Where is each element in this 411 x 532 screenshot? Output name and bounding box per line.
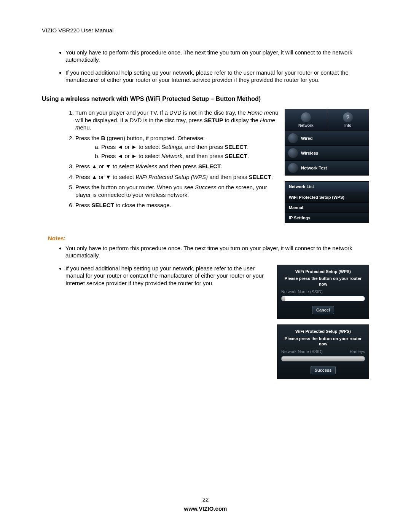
progress-bar <box>281 296 365 301</box>
screenshot-wps-cancel: WiFi Protected Setup (WPS) Please press … <box>277 265 369 319</box>
screenshot-wireless-list: Network List WiFi Protected Setup (WPS) … <box>285 181 369 223</box>
menu-row-networktest[interactable]: Network Test <box>285 160 369 175</box>
step-5: Press the button on your router. When yo… <box>75 184 279 198</box>
t: . <box>271 174 273 180</box>
notes-bullet-list-2: If you need additional help setting up y… <box>65 265 271 287</box>
t: Wireless <box>135 163 157 169</box>
ssid-value: Hartleys <box>350 349 365 354</box>
list-item-ipsettings[interactable]: IP Settings <box>285 212 369 223</box>
menu-row-wired[interactable]: Wired <box>285 131 369 145</box>
list-item-networklist[interactable]: Network List <box>285 181 369 192</box>
ssid-label: Network Name (SSID) <box>281 289 323 294</box>
t: Turn on your player and your TV. If a DV… <box>75 109 247 116</box>
t: and then press <box>208 174 249 180</box>
progress-bar <box>281 356 365 361</box>
ssid-label: Network Name (SSID) <box>281 349 323 354</box>
t: Press the button on your router. When yo… <box>75 184 195 190</box>
success-button[interactable]: Success <box>311 366 336 374</box>
t: Press ◄ or ► to select <box>101 144 161 150</box>
wired-icon <box>288 133 298 143</box>
step-3: Press ▲ or ▼ to select Wireless and then… <box>75 163 279 170</box>
t: enu. <box>80 124 91 131</box>
t: Press ▲ or ▼ to select <box>75 163 135 169</box>
dialog-subtitle: Please press the button on your router n… <box>281 336 365 347</box>
t: , and then press <box>182 153 225 159</box>
list-item-wps[interactable]: WiFi Protected Setup (WPS) <box>285 192 369 202</box>
t: . <box>247 144 249 150</box>
step-2-sublist: Press ◄ or ► to select Settings, and the… <box>101 143 279 160</box>
wireless-icon <box>288 148 298 158</box>
step-6: Press SELECT to close the message. <box>75 201 279 209</box>
page: VIZIO VBR220 User Manual You only have t… <box>0 0 411 532</box>
section-heading: Using a wireless network with WPS (WiFi … <box>42 95 369 103</box>
dialog-subtitle: Please press the button on your router n… <box>281 276 365 287</box>
step-1: Turn on your player and your TV. If a DV… <box>75 109 279 131</box>
row-label: Network Test <box>301 165 327 171</box>
screenshot-network-menu: Network ? Info Wired Wireless Network Te… <box>285 109 369 176</box>
menu-tab-network[interactable]: Network <box>285 109 327 131</box>
t: Press the <box>75 135 101 141</box>
step-2a: Press ◄ or ► to select Settings, and the… <box>101 143 279 151</box>
notes-heading: Notes: <box>48 235 369 242</box>
t: Success <box>195 184 217 190</box>
t: Press ◄ or ► to select <box>101 153 161 159</box>
notes-bullet-1: You only have to perform this procedure … <box>65 244 369 259</box>
t: Press <box>75 202 92 208</box>
t: . <box>247 153 249 159</box>
t: and then press <box>157 163 198 169</box>
notes-bullet-list: You only have to perform this procedure … <box>65 244 369 259</box>
t: B <box>101 135 105 141</box>
t: SELECT <box>225 153 247 159</box>
top-bullet-1: You only have to perform this procedure … <box>65 49 369 64</box>
menu-row-wireless[interactable]: Wireless <box>285 145 369 160</box>
t: WiFi Protected Setup (WPS) <box>135 174 208 180</box>
t: SELECT <box>249 174 271 180</box>
page-footer: 22 www.VIZIO.com <box>0 496 411 512</box>
t: , and then press <box>182 144 225 150</box>
t: (green) button, if prompted. Otherwise: <box>105 135 205 141</box>
t: SETUP <box>204 117 223 123</box>
dialog-title: WiFi Protected Setup (WPS) <box>281 269 365 274</box>
network-test-icon <box>288 163 298 173</box>
row-label: Wireless <box>301 150 318 156</box>
top-bullet-2: If you need additional help setting up y… <box>65 69 369 84</box>
dialog-title: WiFi Protected Setup (WPS) <box>281 329 365 334</box>
top-bullet-list: You only have to perform this procedure … <box>65 49 369 84</box>
menu-tab-info[interactable]: ? Info <box>327 109 369 131</box>
tab-label: Network <box>298 123 313 128</box>
t: SELECT <box>198 163 221 169</box>
step-4: Press ▲ or ▼ to select WiFi Protected Se… <box>75 173 279 181</box>
globe-icon <box>301 112 311 122</box>
t: . <box>221 163 222 169</box>
t: to display the <box>223 117 260 123</box>
row-label: Wired <box>301 136 312 141</box>
t: Home m <box>247 109 269 116</box>
t: to close the message. <box>114 202 171 208</box>
list-item-manual[interactable]: Manual <box>285 202 369 212</box>
t: SELECT <box>225 144 247 150</box>
t: Settings <box>161 144 182 150</box>
page-number: 22 <box>0 496 411 503</box>
t: Press ▲ or ▼ to select <box>75 174 135 180</box>
cancel-button[interactable]: Cancel <box>312 306 334 314</box>
notes-bullet-2: If you need additional help setting up y… <box>65 265 271 287</box>
footer-url: www.VIZIO.com <box>0 505 411 513</box>
t: Network <box>161 153 182 159</box>
step-2: Press the B (green) button, if prompted.… <box>75 134 279 160</box>
step-2b: Press ◄ or ► to select Network, and then… <box>101 152 279 160</box>
question-icon: ? <box>343 112 353 122</box>
doc-header: VIZIO VBR220 User Manual <box>42 27 369 34</box>
t: SELECT <box>92 202 114 208</box>
tab-label: Info <box>344 123 351 128</box>
steps-list: Turn on your player and your TV. If a DV… <box>75 109 279 209</box>
screenshot-wps-success: WiFi Protected Setup (WPS) Please press … <box>277 324 369 379</box>
